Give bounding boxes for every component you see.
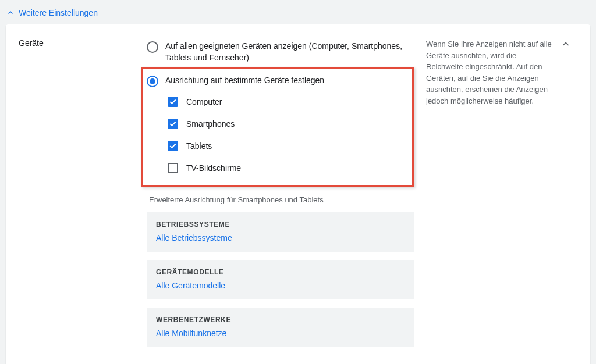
highlight-box: Ausrichtung auf bestimmte Geräte festleg… <box>141 67 414 187</box>
advanced-targeting-label: Erweiterte Ausrichtung für Smartphones u… <box>149 195 414 204</box>
checkbox-tablets-label: Tablets <box>186 141 212 151</box>
devices-card: Geräte Auf allen geeigneten Geräten anze… <box>6 24 590 364</box>
checkbox-smartphones[interactable]: Smartphones <box>147 113 409 135</box>
panel-models-link[interactable]: Alle Gerätemodelle <box>156 281 405 290</box>
checkbox-tv-label: TV-Bildschirme <box>186 163 241 173</box>
panel-networks: WERBENETZWERKE Alle Mobilfunknetze <box>147 308 414 347</box>
checkbox-tablets[interactable]: Tablets <box>147 135 409 157</box>
help-text: Wenn Sie Ihre Anzeigen nicht auf alle Ge… <box>426 38 572 106</box>
panel-os-title: BETRIEBSSYSTEME <box>156 220 405 229</box>
checkbox-computer-label: Computer <box>186 97 222 106</box>
radio-icon-selected <box>147 76 158 87</box>
radio-icon <box>147 41 158 53</box>
help-column: Wenn Sie Ihre Anzeigen nicht auf alle Ge… <box>426 38 572 355</box>
toggle-header-label: Weitere Einstellungen <box>19 8 98 17</box>
radio-specific-devices[interactable]: Ausrichtung auf bestimmte Geräte festleg… <box>147 73 409 91</box>
chevron-up-icon <box>561 40 570 49</box>
chevron-up-icon <box>6 8 15 17</box>
panel-networks-title: WERBENETZWERKE <box>156 316 405 324</box>
checkbox-unchecked-icon <box>168 163 178 173</box>
checkbox-checked-icon <box>168 97 178 107</box>
checkbox-checked-icon <box>168 141 178 151</box>
panel-networks-link[interactable]: Alle Mobilfunknetze <box>156 329 405 338</box>
radio-all-devices[interactable]: Auf allen geeigneten Geräten anzeigen (C… <box>147 38 414 67</box>
panel-os-link[interactable]: Alle Betriebssysteme <box>156 233 405 242</box>
section-title: Geräte <box>19 38 135 355</box>
panel-models-title: GERÄTEMODELLE <box>156 268 405 276</box>
checkbox-checked-icon <box>168 119 178 129</box>
radio-specific-label: Ausrichtung auf bestimmte Geräte festleg… <box>165 75 324 87</box>
collapse-button[interactable] <box>558 36 574 52</box>
checkbox-smartphones-label: Smartphones <box>186 119 235 129</box>
settings-toggle-header[interactable]: Weitere Einstellungen <box>0 0 596 24</box>
devices-controls: Auf allen geeigneten Geräten anzeigen (C… <box>135 38 426 355</box>
checkbox-tv[interactable]: TV-Bildschirme <box>147 157 409 179</box>
radio-all-label: Auf allen geeigneten Geräten anzeigen (C… <box>165 41 414 63</box>
checkbox-computer[interactable]: Computer <box>147 91 409 113</box>
panel-models: GERÄTEMODELLE Alle Gerätemodelle <box>147 260 414 299</box>
panel-os: BETRIEBSSYSTEME Alle Betriebssysteme <box>147 212 414 252</box>
